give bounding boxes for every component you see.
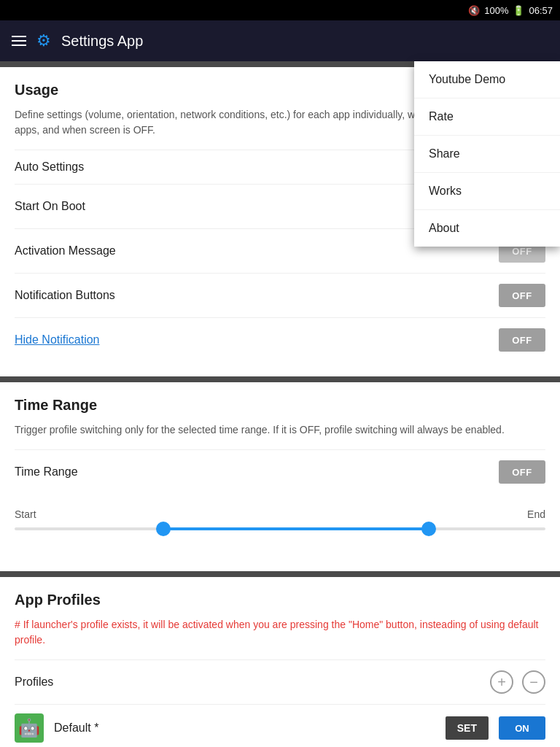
app-profiles-title: App Profiles [15,592,545,608]
slider-track-wrapper[interactable] [15,527,545,542]
hide-notification-label[interactable]: Hide Notification [15,333,100,347]
time-range-title: Time Range [15,397,545,414]
app-profiles-card: App Profiles # If launcher's profile exi… [0,577,560,747]
profiles-note: # If launcher's profile exists, it will … [15,617,545,648]
battery-percent: 100% [484,5,508,16]
menu-item-youtube-demo[interactable]: Youtube Demo [414,61,560,98]
menu-item-rate[interactable]: Rate [414,98,560,136]
notification-buttons-label: Notification Buttons [15,289,115,302]
menu-item-share[interactable]: Share [414,136,560,173]
status-bar: 🔇 100% 🔋 06:57 [0,0,560,20]
activation-message-label: Activation Message [15,244,116,258]
profiles-row: Profiles + − [15,659,545,704]
hide-notification-toggle[interactable]: OFF [499,328,545,352]
auto-settings-label: Auto Settings [15,160,84,174]
settings-gear-icon: ⚙ [36,31,51,50]
app-title: Settings App [61,33,143,50]
default-profile-row: 🤖 Default * SET ON [15,704,545,747]
top-bar: ⚙ Settings App [0,20,560,61]
notification-buttons-toggle[interactable]: OFF [499,284,545,307]
time-range-slider-container: Start End [15,508,545,557]
slider-fill [163,527,429,530]
profiles-actions: + − [490,670,545,694]
time-range-label: Time Range [15,465,78,479]
menu-item-works[interactable]: Works [414,173,560,210]
time-range-toggle-row: Time Range OFF [15,449,545,494]
slider-thumb-end[interactable] [421,522,436,536]
set-profile-button[interactable]: SET [446,716,489,740]
time-range-description: Trigger profile switching only for the s… [15,422,545,438]
hamburger-menu-button[interactable] [12,36,26,46]
hide-notification-row: Hide Notification OFF [15,317,545,362]
slider-thumb-start[interactable] [156,522,171,536]
slider-start-label: Start [15,508,36,520]
default-profile-name: Default * [54,721,435,735]
profiles-label: Profiles [15,676,53,689]
slider-end-label: End [527,508,545,520]
mute-icon: 🔇 [468,5,480,16]
clock: 06:57 [529,5,553,16]
time-range-card: Time Range Trigger profile switching onl… [0,382,560,571]
default-profile-toggle[interactable]: ON [499,716,545,740]
notification-buttons-row: Notification Buttons OFF [15,273,545,317]
start-on-boot-label: Start On Boot [15,200,85,213]
menu-item-about[interactable]: About [414,210,560,247]
remove-profile-button[interactable]: − [522,670,545,694]
add-profile-button[interactable]: + [490,670,513,694]
time-range-toggle[interactable]: OFF [499,460,545,484]
android-icon: 🤖 [18,718,40,738]
battery-icon: 🔋 [513,5,524,16]
dropdown-menu: Youtube Demo Rate Share Works About [414,61,560,247]
android-avatar: 🤖 [15,713,44,743]
